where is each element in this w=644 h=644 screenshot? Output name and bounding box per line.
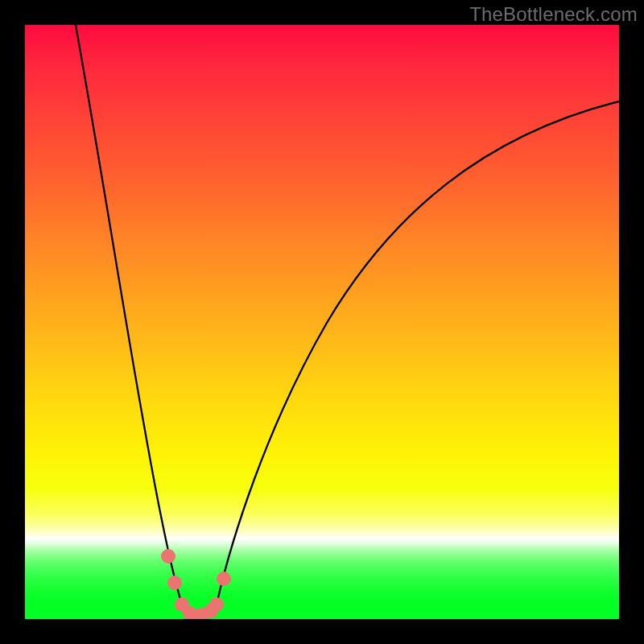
watermark-text: TheBottleneck.com [469,3,638,26]
curve-left [76,25,182,605]
svg-point-1 [168,576,182,590]
curve-right [217,101,619,605]
curve-layer [25,25,619,619]
svg-point-0 [162,550,175,564]
svg-point-6 [210,598,224,612]
trough-markers [162,550,231,620]
chart-container: TheBottleneck.com [0,0,644,644]
svg-point-7 [217,572,231,586]
plot-area [25,25,619,619]
